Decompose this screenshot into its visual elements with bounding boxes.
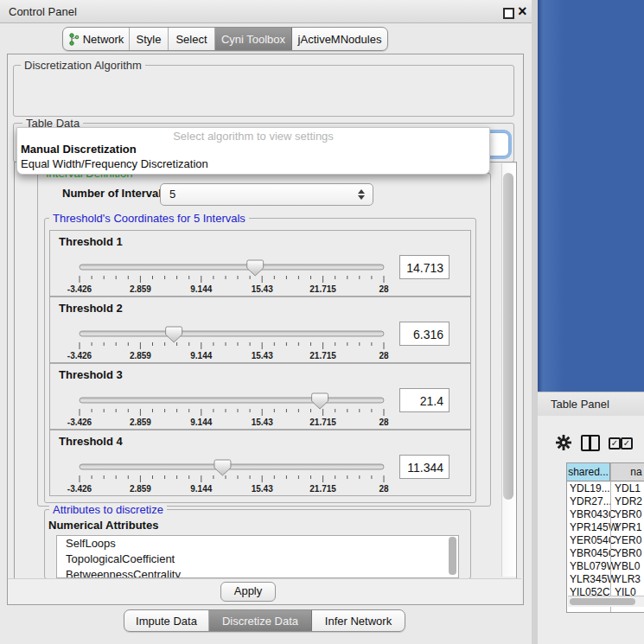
svg-text:2.859: 2.859 (130, 418, 151, 427)
threshold-slider[interactable]: -3.4262.8599.14415.4321.71528 (71, 392, 417, 428)
attribute-item-betweennesscentrality[interactable]: BetweennessCentrality (57, 567, 458, 578)
threshold-slider[interactable]: -3.4262.8599.14415.4321.71528 (71, 458, 417, 494)
table-row[interactable]: YPR145WYPR1 (567, 521, 644, 534)
network-icon (68, 33, 80, 46)
threshold-value-field[interactable]: 21.4 (399, 388, 450, 412)
cell-name: YLR3 (615, 573, 641, 585)
threshold-label: Threshold 3 (59, 368, 123, 381)
threshold-slider[interactable]: -3.4262.8599.14415.4321.71528 (71, 258, 417, 295)
svg-text:15.43: 15.43 (252, 351, 273, 360)
horizontal-scrollbar-thumb[interactable] (570, 598, 635, 605)
svg-text:-3.426: -3.426 (67, 418, 92, 427)
float-window-icon[interactable] (503, 8, 514, 19)
threshold-label: Threshold 4 (59, 435, 123, 448)
svg-text:28: 28 (379, 484, 389, 494)
svg-text:-3.426: -3.426 (67, 284, 92, 294)
cell-name: YDR2 (615, 495, 642, 507)
checkbox-icon[interactable]: ✓ (609, 437, 621, 450)
threshold-row-4: Threshold 4-3.4262.8599.14415.4321.71528… (49, 430, 471, 496)
attribute-item-topologicalcoefficient[interactable]: TopologicalCoefficient (57, 552, 458, 567)
column-header-2[interactable]: na (610, 463, 644, 481)
tab-jactivemnodules[interactable]: jActiveMNodules (292, 28, 387, 50)
slider-thumb[interactable] (166, 327, 182, 342)
table-row[interactable]: YBR045CYBR0 (567, 547, 644, 560)
tab-discretize-data[interactable]: Discretize Data (209, 610, 312, 631)
apply-button[interactable]: Apply (220, 582, 276, 602)
svg-text:9.144: 9.144 (190, 484, 212, 494)
tab-label: Infer Network (325, 615, 392, 628)
tab-select[interactable]: Select (169, 28, 215, 50)
tab-cyni-toolbox[interactable]: Cyni Toolbox (215, 28, 292, 50)
threshold-slider[interactable]: -3.4262.8599.14415.4321.71528 (71, 325, 417, 361)
cell-shared-name: YBL079W (570, 560, 616, 572)
slider-thumb[interactable] (214, 460, 231, 475)
svg-text:21.715: 21.715 (309, 284, 336, 294)
threshold-value-field[interactable]: 11.344 (399, 455, 450, 479)
slider-thumb[interactable] (312, 393, 328, 409)
table-row[interactable]: YLR345WYLR3 (567, 573, 644, 586)
svg-text:15.43: 15.43 (252, 484, 273, 494)
svg-text:28: 28 (379, 284, 389, 294)
spinner-arrows-icon (358, 189, 365, 200)
dropdown-option-manual-discretization[interactable]: Manual Discretization (21, 143, 137, 156)
cell-name: YBR0 (615, 508, 641, 520)
slider-thumb[interactable] (247, 260, 264, 276)
control-panel: Control Panel × NetworkStyleSelectCyni T… (0, 0, 532, 644)
tab-infer-network[interactable]: Infer Network (312, 610, 405, 631)
cell-name: YPR1 (615, 521, 641, 533)
table-row[interactable]: YBL079WYBL0 (567, 560, 644, 573)
threshold-row-3: Threshold 3-3.4262.8599.14415.4321.71528… (49, 363, 471, 430)
attributes-scrollbar-thumb[interactable] (449, 537, 456, 575)
dropdown-option-equal-width-frequency-discretization[interactable]: Equal Width/Frequency Discretization (21, 157, 208, 170)
threshold-label: Threshold 1 (59, 235, 123, 248)
cell-shared-name: YBR045C (570, 547, 615, 559)
threshold-row-1: Threshold 1-3.4262.8599.14415.4321.71528… (49, 230, 471, 296)
cell-shared-name: YER054C (570, 534, 615, 546)
tab-label: jActiveMNodules (298, 33, 382, 46)
tab-label: Impute Data (136, 615, 197, 628)
dropdown-hint-option[interactable]: Select algorithm to view settings (17, 130, 489, 143)
table-row[interactable]: YER054CYER0 (567, 534, 644, 547)
panel-title: Control Panel (9, 5, 77, 18)
svg-text:21.715: 21.715 (309, 484, 336, 494)
table-row[interactable]: YDL19...YDL1 (567, 482, 644, 495)
table-row[interactable]: YBR043CYBR0 (567, 508, 644, 521)
checkbox-icon[interactable]: ✓ (621, 437, 633, 450)
threshold-value-field[interactable]: 14.713 (399, 255, 450, 279)
svg-text:28: 28 (379, 351, 389, 360)
svg-text:15.43: 15.43 (252, 418, 273, 427)
horizontal-scrollbar[interactable] (568, 596, 644, 607)
threshold-value-field[interactable]: 6.316 (399, 322, 450, 346)
numerical-attributes-list[interactable]: SelfLoopsTopologicalCoefficientBetweenne… (56, 535, 459, 578)
column-header-1[interactable]: shared... (567, 463, 610, 481)
svg-text:9.144: 9.144 (190, 418, 212, 427)
svg-text:15.43: 15.43 (252, 284, 273, 294)
tab-label: Select (175, 33, 207, 46)
attribute-item-selfloops[interactable]: SelfLoops (57, 536, 458, 552)
number-of-intervals-label: Number of Intervals (62, 187, 168, 200)
tab-label: Discretize Data (222, 615, 298, 628)
svg-text:2.859: 2.859 (130, 284, 151, 294)
tab-impute-data[interactable]: Impute Data (124, 610, 209, 631)
thresholds-legend: Threshold's Coordinates for 5 Intervals (49, 212, 249, 225)
vertical-scrollbar-thumb[interactable] (503, 173, 513, 500)
cell-shared-name: YDL19... (570, 482, 610, 494)
svg-text:-3.426: -3.426 (67, 484, 92, 494)
tab-network[interactable]: Network (63, 28, 130, 50)
number-of-intervals-value: 5 (169, 188, 175, 201)
close-icon[interactable]: × (518, 2, 527, 21)
svg-text:2.859: 2.859 (130, 484, 151, 494)
table-row[interactable]: YDR27...YDR2 (567, 495, 644, 508)
panel-divider[interactable] (532, 0, 538, 644)
cell-name: YBR0 (615, 547, 641, 559)
attributes-legend: Attributes to discretize (49, 503, 167, 516)
tab-style[interactable]: Style (130, 28, 169, 50)
column-panes-icon[interactable] (581, 435, 600, 451)
algorithm-dropdown-popup: Select algorithm to view settings Manual… (16, 127, 490, 175)
network-view-frame: GAL80GACGAL11GAL4GCY1HHAP2 (538, 0, 644, 393)
number-of-intervals-spinner[interactable]: 5 (160, 183, 373, 206)
gear-icon[interactable] (556, 435, 571, 450)
table-panel-titlebar[interactable]: Table Panel (538, 392, 644, 417)
column-divider[interactable] (610, 463, 611, 612)
svg-text:9.144: 9.144 (190, 284, 212, 294)
